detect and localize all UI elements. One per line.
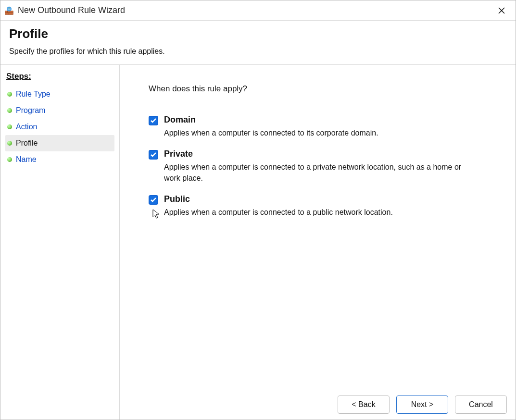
svg-rect-5: [9, 12, 13, 14]
option-label: Public: [164, 194, 393, 204]
close-icon: [498, 7, 505, 14]
option-desc: Applies when a computer is connected to …: [164, 128, 378, 138]
svg-rect-1: [5, 11, 8, 12]
titlebar: New Outbound Rule Wizard: [0, 0, 516, 21]
step-label: Program: [16, 106, 45, 115]
firewall-icon: [4, 6, 14, 15]
step-label: Action: [16, 123, 37, 131]
steps-heading: Steps:: [6, 72, 114, 81]
window-title: New Outbound Rule Wizard: [18, 5, 125, 15]
step-profile[interactable]: Profile: [5, 135, 114, 151]
option-domain: Domain Applies when a computer is connec…: [149, 115, 466, 138]
bullet-icon: [7, 108, 12, 113]
bullet-icon: [7, 141, 12, 146]
next-button[interactable]: Next >: [396, 395, 448, 414]
page-title: Profile: [9, 26, 507, 41]
wizard-header: Profile Specify the profiles for which t…: [0, 21, 516, 65]
step-rule-type[interactable]: Rule Type: [5, 86, 114, 102]
close-button[interactable]: [491, 3, 512, 18]
step-name[interactable]: Name: [5, 151, 114, 168]
option-desc: Applies when a computer is connected to …: [164, 207, 393, 218]
check-icon: [151, 198, 156, 202]
svg-rect-3: [10, 11, 13, 12]
bullet-icon: [7, 157, 12, 162]
option-label: Private: [164, 149, 466, 159]
page-subtitle: Specify the profiles for which this rule…: [9, 47, 507, 56]
option-desc: Applies when a computer is connected to …: [164, 162, 466, 184]
cancel-button[interactable]: Cancel: [455, 395, 507, 414]
option-private: Private Applies when a computer is conne…: [149, 149, 466, 184]
checkbox-public[interactable]: [149, 195, 158, 205]
wizard-body: Steps: Rule Type Program Action Profile …: [0, 65, 516, 420]
step-label: Name: [16, 155, 37, 164]
option-label: Domain: [164, 115, 378, 125]
main-panel: When does this rule apply? Domain Applie…: [120, 65, 516, 420]
wizard-buttons: < Back Next > Cancel: [338, 395, 507, 414]
step-label: Profile: [16, 139, 38, 148]
step-action[interactable]: Action: [5, 119, 114, 135]
svg-rect-4: [5, 12, 9, 14]
wizard-window: New Outbound Rule Wizard Profile Specify…: [0, 0, 516, 420]
check-icon: [151, 152, 156, 157]
steps-sidebar: Steps: Rule Type Program Action Profile …: [0, 65, 120, 420]
checkbox-private[interactable]: [149, 150, 158, 160]
option-public: Public Applies when a computer is connec…: [149, 194, 466, 218]
step-program[interactable]: Program: [5, 102, 114, 119]
prompt-text: When does this rule apply?: [149, 84, 496, 94]
back-button[interactable]: < Back: [338, 395, 390, 414]
check-icon: [151, 118, 156, 123]
bullet-icon: [7, 124, 12, 129]
step-label: Rule Type: [16, 90, 50, 99]
checkbox-domain[interactable]: [149, 116, 158, 125]
bullet-icon: [7, 92, 12, 97]
